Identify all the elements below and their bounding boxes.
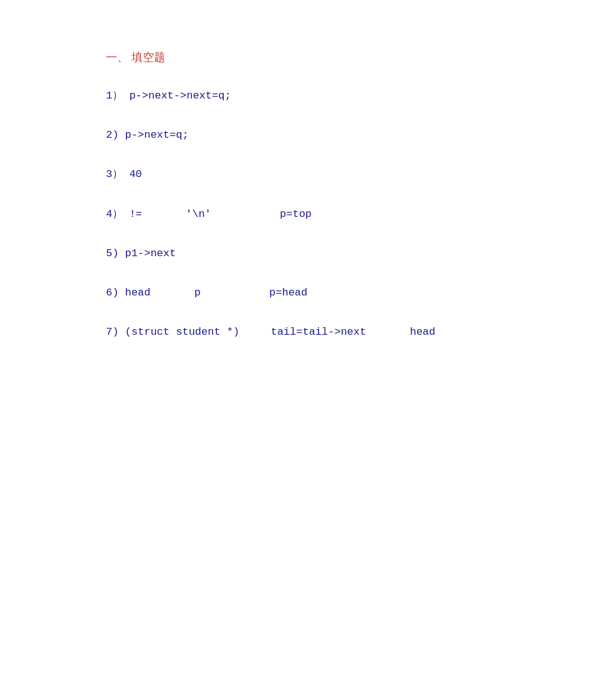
answer-part7-2: tail=tail->next (271, 326, 366, 338)
answer-text-2: p->next=q; (125, 129, 189, 141)
answer-text-1: p->next->next=q; (129, 90, 231, 102)
answer-part7-3: head (410, 326, 436, 338)
question-number-4: 4） (106, 208, 123, 220)
question-number-3: 3） (106, 168, 123, 180)
question-item-2: 2) p->next=q; (106, 127, 483, 143)
question-number-6: 6) (106, 287, 118, 299)
answer-part6-2: p (194, 284, 201, 301)
question-number-7: 7) (106, 326, 118, 338)
answer-part4-2: '\n' (186, 206, 211, 223)
question-list: 1） p->next->next=q; 2) p->next=q; 3） 40 … (106, 87, 483, 340)
answer-text-3: 40 (129, 168, 141, 180)
question-item-5: 5) p1->next (106, 245, 483, 262)
answer-part6-1: head (125, 287, 151, 299)
answer-part4-3: p=top (280, 206, 312, 223)
answer-text-5: p1->next (125, 247, 176, 259)
section-title: 一、 填空题 (106, 50, 483, 65)
question-item-3: 3） 40 (106, 166, 483, 183)
question-item-1: 1） p->next->next=q; (106, 87, 483, 104)
answer-part4-1: != (129, 208, 141, 220)
question-number-5: 5) (106, 247, 118, 259)
question-item-4: 4） != '\n' p=top (106, 206, 483, 223)
question-number-2: 2) (106, 129, 118, 141)
answer-part6-3: p=head (269, 284, 307, 301)
question-item-6: 6) head p p=head (106, 284, 483, 301)
answer-part7-1: (struct student *) (125, 326, 240, 338)
page: 一、 填空题 1） p->next->next=q; 2) p->next=q;… (0, 0, 589, 700)
question-item-7: 7) (struct student *) tail=tail->next he… (106, 324, 483, 340)
question-number-1: 1） (106, 90, 123, 102)
